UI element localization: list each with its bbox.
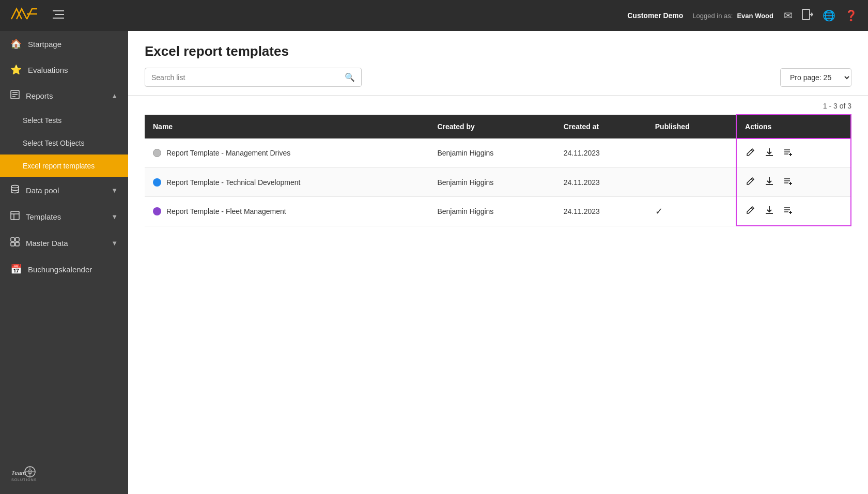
footer-logo: Team SOLUTIONS (10, 463, 41, 484)
template-name: Report Template - Management Drives (166, 149, 290, 157)
svg-text:Team: Team (11, 470, 26, 476)
sidebar-item-buchungskalender[interactable]: 📅 Buchungskalender (0, 256, 128, 282)
status-dot (153, 149, 161, 157)
help-icon[interactable]: ❓ (845, 9, 858, 22)
chevron-up-icon: ▲ (111, 92, 118, 100)
header-logo-section (10, 5, 627, 26)
col-header-created-at: Created at (555, 115, 647, 138)
sidebar-footer: Team SOLUTIONS (0, 453, 128, 494)
sidebar-item-startpage[interactable]: 🏠 Startpage (0, 31, 128, 57)
cell-created-at: 24.11.2023 (555, 138, 647, 168)
logged-in-user: Evan Wood (737, 12, 773, 20)
sidebar-label-buchungskalender: Buchungskalender (28, 265, 118, 274)
table-header: Name Created by Created at Published Act… (145, 115, 851, 138)
cell-published (647, 168, 736, 197)
svg-line-40 (751, 208, 753, 209)
svg-rect-11 (11, 211, 19, 220)
pagination-info: 1 - 3 of 3 (145, 96, 851, 114)
edit-button[interactable] (745, 175, 756, 189)
sidebar-item-select-test-objects[interactable]: Select Test Objects (0, 132, 128, 155)
svg-line-32 (751, 179, 753, 180)
top-header: Customer Demo Logged in as: Evan Wood ✉ … (0, 0, 868, 31)
add-to-list-button[interactable] (782, 146, 794, 160)
edit-button[interactable] (745, 204, 756, 218)
menu-toggle-button[interactable] (53, 10, 64, 22)
logged-in-label: Logged in as: (692, 12, 733, 20)
cell-published: ✓ (647, 197, 736, 226)
cell-name: Report Template - Management Drives (145, 138, 429, 168)
header-icons: ✉ 🌐 ❓ (784, 9, 858, 23)
cell-created-by: Benjamin Higgins (429, 197, 555, 226)
edit-button[interactable] (745, 146, 756, 160)
add-to-list-button[interactable] (782, 175, 794, 189)
per-page-select[interactable]: Pro page: 25 Pro page: 50 Pro page: 100 (780, 68, 851, 87)
table-container: 1 - 3 of 3 Name Created by Created at Pu… (128, 96, 868, 243)
sidebar-label-reports: Reports (26, 91, 105, 100)
cell-created-at: 24.11.2023 (555, 197, 647, 226)
table-row: Report Template - Technical Development … (145, 168, 851, 197)
sidebar-label-data-pool: Data pool (26, 186, 105, 195)
sidebar-item-excel-report-templates[interactable]: Excel report templates (0, 155, 128, 177)
cell-created-by: Benjamin Higgins (429, 168, 555, 197)
col-header-created-by: Created by (429, 115, 555, 138)
home-icon: 🏠 (10, 38, 22, 50)
search-bar-row: 🔍 Pro page: 25 Pro page: 50 Pro page: 10… (145, 68, 851, 87)
cell-name: Report Template - Technical Development (145, 168, 429, 197)
action-buttons (745, 175, 842, 189)
sidebar-item-data-pool[interactable]: Data pool ▼ (0, 177, 128, 204)
master-data-icon (10, 237, 20, 249)
sidebar-item-evaluations[interactable]: ⭐ Evaluations (0, 57, 128, 83)
logout-icon[interactable] (802, 9, 813, 23)
star-icon: ⭐ (10, 64, 22, 75)
reports-icon (10, 90, 20, 102)
main-content: Excel report templates 🔍 Pro page: 25 Pr… (128, 31, 868, 494)
table-body: Report Template - Management Drives Benj… (145, 138, 851, 226)
cell-created-at: 24.11.2023 (555, 168, 647, 197)
action-buttons (745, 146, 842, 160)
cell-actions (736, 138, 851, 168)
sidebar-label-master-data: Master Data (26, 239, 105, 248)
svg-rect-15 (16, 238, 19, 241)
cell-actions (736, 197, 851, 226)
data-pool-icon (10, 184, 20, 196)
brand-logo-icon (10, 5, 41, 26)
cell-created-by: Benjamin Higgins (429, 138, 555, 168)
sidebar-label-excel-report-templates: Excel report templates (23, 162, 118, 170)
page-header: Excel report templates 🔍 Pro page: 25 Pr… (128, 31, 868, 96)
sidebar-label-select-test-objects: Select Test Objects (23, 139, 118, 147)
status-dot (153, 178, 161, 187)
sidebar: 🏠 Startpage ⭐ Evaluations Reports ▲ Sele… (0, 31, 128, 494)
col-header-published: Published (647, 115, 736, 138)
templates-chevron-icon: ▼ (111, 213, 118, 221)
sidebar-item-reports[interactable]: Reports ▲ (0, 83, 128, 109)
status-dot (153, 207, 161, 215)
sidebar-item-select-tests[interactable]: Select Tests (0, 109, 128, 132)
action-buttons (745, 204, 842, 218)
sidebar-item-master-data[interactable]: Master Data ▼ (0, 230, 128, 256)
svg-point-10 (11, 186, 19, 188)
globe-icon[interactable]: 🌐 (823, 9, 835, 22)
calendar-icon: 📅 (10, 264, 22, 275)
template-name: Report Template - Fleet Management (166, 207, 286, 215)
svg-text:SOLUTIONS: SOLUTIONS (11, 478, 37, 482)
published-check: ✓ (655, 206, 663, 217)
download-button[interactable] (764, 146, 775, 160)
data-table: Name Created by Created at Published Act… (145, 114, 851, 226)
sidebar-label-templates: Templates (26, 212, 105, 221)
cell-actions (736, 168, 851, 197)
download-button[interactable] (764, 175, 775, 189)
cell-published (647, 138, 736, 168)
table-row: Report Template - Fleet Management Benja… (145, 197, 851, 226)
header-center: Customer Demo Logged in as: Evan Wood (627, 11, 773, 20)
app-body: 🏠 Startpage ⭐ Evaluations Reports ▲ Sele… (0, 31, 868, 494)
svg-rect-16 (11, 242, 14, 246)
col-header-actions: Actions (736, 115, 851, 138)
search-input[interactable] (151, 73, 345, 82)
chevron-down-icon: ▼ (111, 187, 118, 194)
search-bar: 🔍 (145, 68, 362, 87)
add-to-list-button[interactable] (782, 204, 794, 218)
sidebar-item-templates[interactable]: Templates ▼ (0, 204, 128, 230)
download-button[interactable] (764, 204, 775, 218)
mail-icon[interactable]: ✉ (784, 9, 793, 22)
table-row: Report Template - Management Drives Benj… (145, 138, 851, 168)
